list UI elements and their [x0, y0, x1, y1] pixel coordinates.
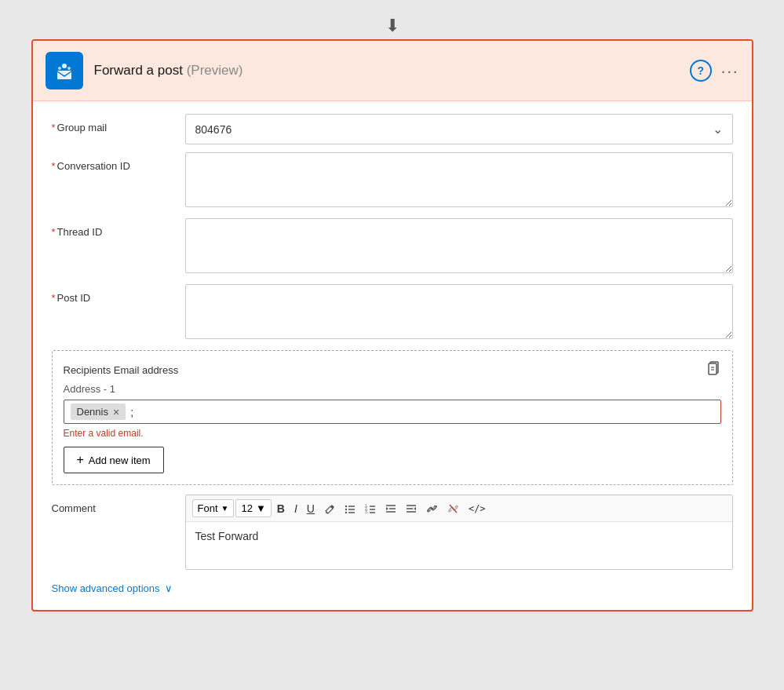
- unordered-list-icon: [345, 503, 356, 514]
- unordered-list-button[interactable]: [341, 501, 359, 517]
- underline-button[interactable]: U: [303, 500, 319, 517]
- email-tag: Dennis ×: [71, 403, 126, 420]
- italic-button[interactable]: I: [290, 500, 301, 517]
- recipients-header: Recipients Email address: [64, 360, 721, 380]
- comment-row: Comment Font ▼ 12 ▼ B I U: [52, 495, 733, 570]
- app-icon: [46, 52, 83, 89]
- pen-icon: [324, 503, 335, 514]
- rte-content[interactable]: Test Forward: [186, 522, 732, 569]
- thread-id-input[interactable]: [185, 218, 733, 273]
- post-id-label: *Post ID: [52, 284, 185, 304]
- font-label: Font: [198, 502, 218, 514]
- title-text: Forward a post: [94, 63, 183, 78]
- thread-id-label: *Thread ID: [52, 218, 185, 238]
- recipients-label: Recipients Email address: [64, 364, 179, 376]
- group-mail-row: *Group mail 804676 ⌄: [52, 114, 733, 144]
- clipboard-button[interactable]: [706, 360, 721, 380]
- size-arrow-icon: ▼: [256, 502, 266, 514]
- chevron-down-icon: ∨: [165, 582, 173, 594]
- ordered-list-button[interactable]: 1. 2. 3.: [361, 501, 380, 517]
- indent-right-icon: [406, 503, 417, 514]
- font-arrow-icon: ▼: [221, 504, 229, 513]
- post-id-control: [185, 284, 733, 342]
- group-mail-value: 804676: [195, 123, 232, 136]
- mail-icon: [53, 60, 75, 82]
- svg-point-9: [345, 505, 347, 506]
- code-button[interactable]: </>: [465, 501, 490, 517]
- conversation-id-row: *Conversation ID: [52, 152, 733, 210]
- more-button[interactable]: ···: [721, 62, 739, 80]
- address-input-wrap: Dennis × ;: [64, 400, 721, 424]
- add-item-button[interactable]: + Add new item: [64, 447, 164, 473]
- conversation-id-control: [185, 152, 733, 210]
- post-id-row: *Post ID: [52, 284, 733, 342]
- tag-remove-button[interactable]: ×: [113, 407, 119, 418]
- recipients-section: Recipients Email address Address - 1 Den…: [52, 350, 733, 485]
- thread-id-control: [185, 218, 733, 276]
- svg-text:3.: 3.: [365, 509, 368, 514]
- card-title: Forward a post (Preview): [94, 63, 679, 78]
- svg-point-1: [58, 67, 61, 70]
- svg-rect-5: [709, 363, 717, 374]
- svg-point-10: [345, 508, 347, 509]
- svg-marker-24: [386, 507, 388, 510]
- add-item-label: Add new item: [89, 455, 151, 466]
- rich-text-editor: Font ▼ 12 ▼ B I U: [185, 495, 733, 570]
- font-select[interactable]: Font ▼: [192, 499, 235, 517]
- comment-text: Test Forward: [195, 530, 259, 542]
- help-button[interactable]: ?: [690, 60, 712, 82]
- show-advanced-label: Show advanced options: [52, 582, 160, 594]
- svg-rect-3: [57, 71, 71, 79]
- card-body: *Group mail 804676 ⌄ *Conversation ID: [33, 101, 752, 610]
- indent-left-icon: [385, 503, 396, 514]
- svg-point-0: [62, 64, 67, 68]
- unlink-icon: [447, 504, 459, 513]
- tag-text: Dennis: [77, 406, 108, 418]
- semicolon-separator: ;: [130, 406, 133, 418]
- size-select[interactable]: 12 ▼: [235, 499, 271, 517]
- email-input-field[interactable]: [138, 406, 713, 418]
- card-header: Forward a post (Preview) ? ···: [33, 41, 752, 101]
- clipboard-icon: [706, 360, 721, 376]
- ordered-list-icon: 1. 2. 3.: [365, 503, 376, 514]
- forward-post-card: Forward a post (Preview) ? ··· *Group ma…: [31, 39, 753, 612]
- unlink-button[interactable]: [443, 502, 463, 516]
- group-mail-label: *Group mail: [52, 114, 185, 133]
- link-button[interactable]: [422, 502, 442, 516]
- indent-right-button[interactable]: [402, 501, 421, 517]
- size-label: 12: [241, 502, 252, 514]
- comment-label: Comment: [52, 495, 185, 514]
- svg-line-29: [430, 508, 433, 509]
- svg-marker-28: [414, 507, 416, 510]
- plus-icon: +: [77, 453, 84, 467]
- rte-toolbar: Font ▼ 12 ▼ B I U: [186, 495, 732, 522]
- preview-badge: (Preview): [187, 63, 243, 78]
- pen-button[interactable]: [320, 501, 339, 517]
- bold-button[interactable]: B: [273, 500, 289, 517]
- header-actions: ? ···: [690, 60, 739, 82]
- address-label: Address - 1: [64, 383, 721, 395]
- down-arrow-icon: ⬇: [385, 16, 399, 36]
- post-id-input[interactable]: [185, 284, 733, 339]
- conversation-id-input[interactable]: [185, 152, 733, 207]
- svg-point-2: [67, 67, 71, 70]
- thread-id-row: *Thread ID: [52, 218, 733, 276]
- show-advanced-button[interactable]: Show advanced options ∨: [52, 582, 733, 594]
- group-mail-select[interactable]: 804676 ⌄: [185, 114, 733, 144]
- group-mail-control: 804676 ⌄: [185, 114, 733, 144]
- conversation-id-label: *Conversation ID: [52, 152, 185, 172]
- email-error-msg: Enter a valid email.: [64, 428, 721, 439]
- svg-point-11: [345, 511, 347, 513]
- link-icon: [426, 504, 438, 513]
- indent-left-button[interactable]: [381, 501, 400, 517]
- chevron-down-icon: ⌄: [713, 122, 723, 137]
